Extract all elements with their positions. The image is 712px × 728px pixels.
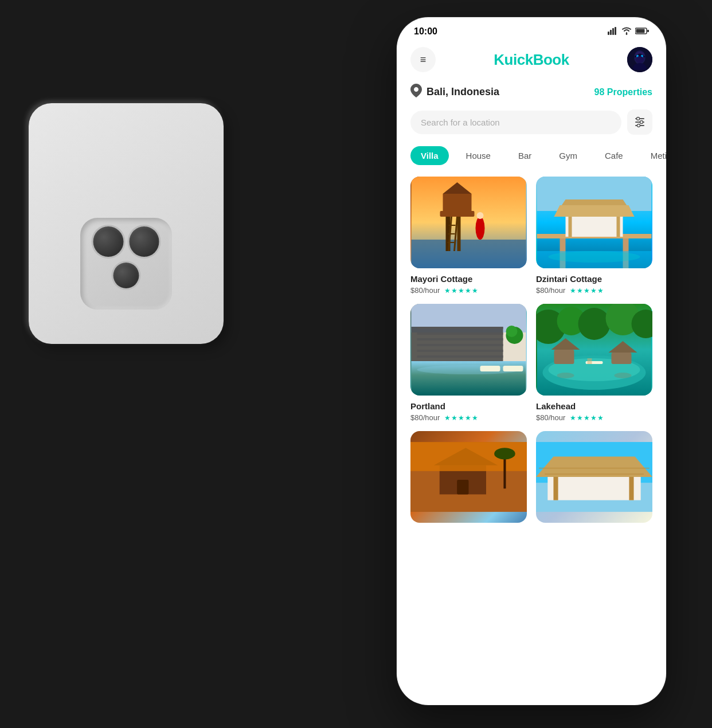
svg-rect-42 — [569, 217, 572, 237]
property-stars-lakehead: ★★★★★ — [570, 414, 604, 422]
property-name-portland: Portland — [410, 401, 527, 411]
search-bar: Search for a location — [410, 109, 652, 135]
tab-villa[interactable]: Villa — [410, 146, 449, 165]
svg-point-75 — [557, 373, 574, 378]
property-card-mayori[interactable]: Mayori Cottage $80/hour ★★★★★ — [410, 177, 527, 295]
svg-point-33 — [477, 212, 484, 219]
svg-point-18 — [640, 121, 643, 124]
svg-point-84 — [494, 448, 515, 459]
property-card-partial-1[interactable] — [410, 431, 527, 529]
camera-lens-2 — [129, 226, 159, 257]
svg-rect-53 — [417, 350, 503, 352]
svg-rect-25 — [443, 194, 472, 214]
svg-point-64 — [578, 308, 611, 340]
svg-point-17 — [637, 118, 640, 120]
status-bar: 10:00 — [397, 17, 666, 41]
property-grid: Mayori Cottage $80/hour ★★★★★ — [397, 177, 666, 422]
status-time: 10:00 — [414, 26, 437, 37]
svg-rect-69 — [554, 350, 574, 364]
location-city: Bali, Indonesia — [427, 86, 499, 98]
svg-point-19 — [637, 124, 640, 127]
svg-rect-89 — [553, 477, 558, 500]
battery-icon — [635, 27, 649, 37]
property-card-portland[interactable]: Portland $80/hour ★★★★★ — [410, 304, 527, 422]
property-price-lakehead: $80/hour — [536, 413, 565, 422]
property-name-mayori: Mayori Cottage — [410, 274, 527, 284]
tab-meeting[interactable]: Meting — [640, 146, 666, 165]
svg-rect-81 — [457, 480, 468, 494]
status-icons — [608, 27, 649, 37]
partial-property-grid — [397, 422, 666, 529]
property-image-partial-1 — [410, 431, 527, 523]
svg-rect-54 — [417, 355, 503, 358]
property-meta-lakehead: $80/hour ★★★★★ — [536, 413, 652, 422]
filter-icon — [633, 116, 646, 128]
property-card-partial-2[interactable] — [536, 431, 652, 529]
tab-house[interactable]: House — [456, 146, 501, 165]
main-phone: 10:00 ≡ KuickBook — [397, 17, 666, 705]
svg-rect-49 — [417, 327, 503, 329]
svg-rect-90 — [629, 477, 633, 500]
search-placeholder: Search for a location — [421, 118, 500, 127]
location-pin-icon — [410, 84, 422, 100]
property-stars-portland: ★★★★★ — [444, 414, 479, 422]
svg-point-13 — [636, 56, 644, 63]
property-price-dzintari: $80/hour — [536, 286, 565, 295]
menu-button[interactable]: ≡ — [410, 47, 436, 72]
svg-rect-58 — [503, 366, 523, 371]
camera-lens-1 — [93, 226, 124, 257]
filter-button[interactable] — [627, 109, 652, 135]
svg-rect-7 — [647, 30, 649, 32]
property-name-lakehead: Lakehead — [536, 401, 652, 411]
property-card-lakehead[interactable]: Lakehead $80/hour ★★★★★ — [536, 304, 652, 422]
svg-point-4 — [626, 33, 628, 34]
user-avatar[interactable] — [627, 47, 652, 72]
svg-point-60 — [506, 326, 518, 337]
app-title: KuickBook — [494, 51, 569, 69]
svg-rect-71 — [612, 353, 632, 364]
svg-point-45 — [549, 251, 640, 263]
search-input-container[interactable]: Search for a location — [410, 111, 621, 134]
svg-rect-39 — [566, 217, 623, 237]
property-image-portland — [410, 304, 527, 396]
svg-point-76 — [615, 373, 632, 378]
properties-count: 98 Properties — [594, 87, 652, 97]
property-image-dzintari — [536, 177, 652, 268]
tab-bar[interactable]: Bar — [508, 146, 542, 165]
tab-cafe[interactable]: Cafe — [594, 146, 633, 165]
property-meta-mayori: $80/hour ★★★★★ — [410, 286, 527, 295]
hamburger-icon: ≡ — [420, 54, 427, 65]
property-stars-dzintari: ★★★★★ — [570, 287, 604, 295]
svg-rect-52 — [417, 344, 503, 346]
property-card-dzintari[interactable]: Dzintari Cottage $80/hour ★★★★★ — [536, 177, 652, 295]
property-image-partial-2 — [536, 431, 652, 523]
svg-rect-57 — [480, 366, 500, 371]
svg-rect-51 — [417, 338, 503, 340]
property-meta-dzintari: $80/hour ★★★★★ — [536, 286, 652, 295]
svg-rect-87 — [547, 477, 640, 500]
svg-rect-3 — [615, 27, 616, 35]
signal-icon — [608, 27, 618, 37]
location-info: Bali, Indonesia — [410, 84, 499, 100]
svg-rect-21 — [412, 240, 526, 268]
svg-rect-6 — [636, 29, 645, 33]
property-image-mayori — [410, 177, 527, 268]
camera-lens-3 — [114, 263, 139, 288]
svg-marker-41 — [554, 205, 635, 217]
svg-rect-43 — [617, 217, 620, 237]
property-price-mayori: $80/hour — [410, 286, 440, 295]
svg-rect-74 — [588, 358, 592, 364]
back-device — [29, 103, 224, 344]
property-meta-portland: $80/hour ★★★★★ — [410, 413, 527, 422]
svg-rect-50 — [417, 332, 503, 335]
property-price-portland: $80/hour — [410, 413, 440, 422]
property-name-dzintari: Dzintari Cottage — [536, 274, 652, 284]
tab-gym[interactable]: Gym — [549, 146, 588, 165]
svg-rect-0 — [608, 32, 609, 35]
category-tabs: Villa House Bar Gym Cafe Meting — [397, 146, 666, 177]
svg-point-32 — [476, 217, 485, 240]
property-image-lakehead — [536, 304, 652, 396]
location-bar: Bali, Indonesia 98 Properties — [397, 81, 666, 109]
camera-bump — [82, 215, 171, 304]
wifi-icon — [621, 27, 632, 37]
